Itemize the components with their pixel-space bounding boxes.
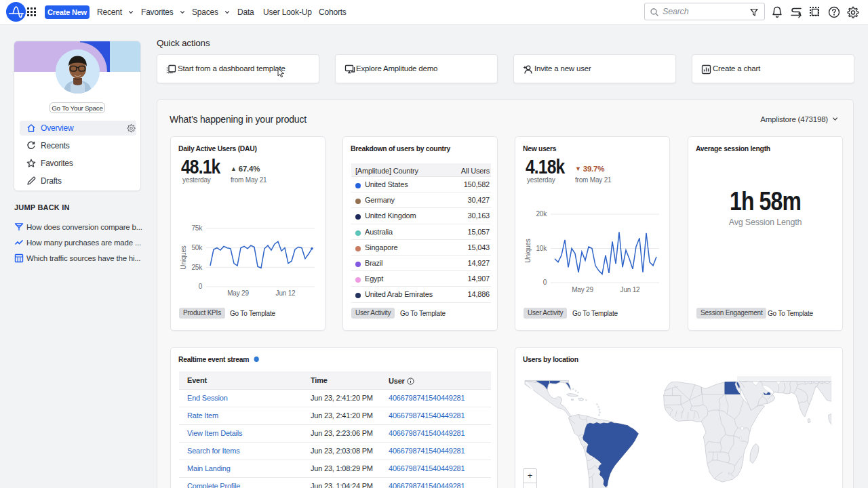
svg-text:10k: 10k — [536, 245, 547, 252]
svg-text:Jun 12: Jun 12 — [276, 289, 296, 297]
svg-text:Uniques: Uniques — [524, 239, 532, 262]
svg-text:75k: 75k — [191, 224, 203, 232]
svg-text:0: 0 — [543, 279, 547, 286]
svg-text:Jun 12: Jun 12 — [620, 286, 640, 293]
svg-text:Uniques: Uniques — [180, 245, 187, 269]
svg-text:0: 0 — [199, 283, 203, 290]
svg-text:20k: 20k — [536, 210, 547, 218]
svg-text:25k: 25k — [191, 264, 203, 271]
svg-text:50k: 50k — [191, 244, 203, 251]
svg-text:May 29: May 29 — [227, 289, 249, 297]
svg-text:May 29: May 29 — [572, 286, 593, 293]
